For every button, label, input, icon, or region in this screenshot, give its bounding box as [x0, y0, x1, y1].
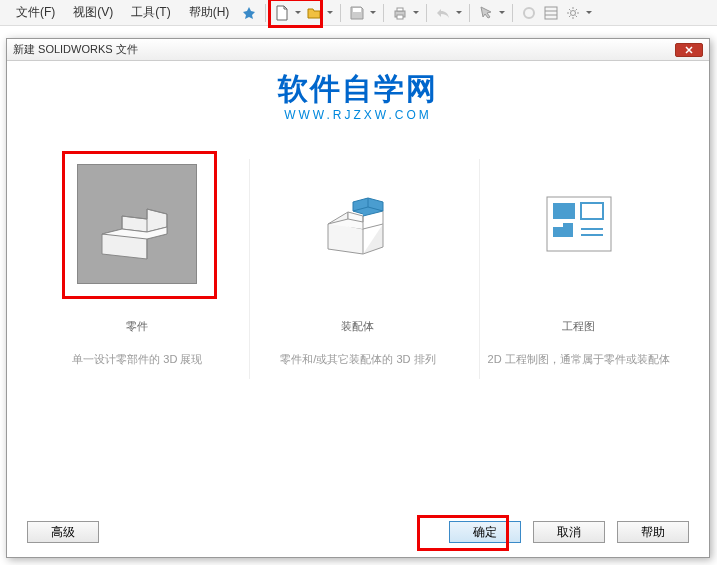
- open-file-icon[interactable]: [304, 3, 324, 23]
- option-drawing-desc: 2D 工程制图，通常属于零件或装配体: [488, 352, 670, 367]
- part-icon: [77, 164, 197, 284]
- menu-view[interactable]: 视图(V): [65, 2, 121, 23]
- help-button[interactable]: 帮助: [617, 521, 689, 543]
- save-icon[interactable]: [347, 3, 367, 23]
- option-part[interactable]: 零件 单一设计零部件的 3D 展现: [37, 154, 237, 367]
- select-icon[interactable]: [476, 3, 496, 23]
- logo-main: 软件自学网: [7, 69, 709, 110]
- open-dropdown[interactable]: [326, 3, 334, 23]
- cancel-button[interactable]: 取消: [533, 521, 605, 543]
- menu-help[interactable]: 帮助(H): [181, 2, 238, 23]
- option-assembly-desc: 零件和/或其它装配体的 3D 排列: [280, 352, 435, 367]
- svg-rect-5: [545, 7, 557, 19]
- option-part-desc: 单一设计零部件的 3D 展现: [72, 352, 202, 367]
- new-file-icon[interactable]: [272, 3, 292, 23]
- template-options: 零件 单一设计零部件的 3D 展现 装: [27, 154, 689, 367]
- settings-icon[interactable]: [563, 3, 583, 23]
- svg-rect-2: [397, 8, 403, 11]
- option-assembly[interactable]: 装配体 零件和/或其它装配体的 3D 排列: [258, 154, 458, 367]
- separator: [340, 4, 341, 22]
- svg-rect-3: [397, 15, 403, 19]
- menu-tools[interactable]: 工具(T): [123, 2, 178, 23]
- ok-button[interactable]: 确定: [449, 521, 521, 543]
- print-dropdown[interactable]: [412, 3, 420, 23]
- separator: [469, 4, 470, 22]
- menubar: 文件(F) 视图(V) 工具(T) 帮助(H): [0, 0, 717, 26]
- save-dropdown[interactable]: [369, 3, 377, 23]
- assembly-icon: [298, 164, 418, 284]
- option-drawing[interactable]: 工程图 2D 工程制图，通常属于零件或装配体: [479, 154, 679, 367]
- options-panel-icon[interactable]: [541, 3, 561, 23]
- svg-rect-10: [553, 203, 575, 219]
- close-button[interactable]: [675, 43, 703, 57]
- separator: [512, 4, 513, 22]
- drawing-icon: [519, 164, 639, 284]
- undo-icon[interactable]: [433, 3, 453, 23]
- pin-icon[interactable]: [239, 3, 259, 23]
- new-file-dropdown[interactable]: [294, 3, 302, 23]
- logo: 软件自学网 WWW.RJZXW.COM: [7, 69, 709, 122]
- advanced-button[interactable]: 高级: [27, 521, 99, 543]
- print-icon[interactable]: [390, 3, 410, 23]
- select-dropdown[interactable]: [498, 3, 506, 23]
- svg-point-4: [524, 8, 534, 18]
- dialog-title: 新建 SOLIDWORKS 文件: [13, 42, 138, 57]
- separator: [426, 4, 427, 22]
- svg-point-8: [571, 10, 576, 15]
- dialog-titlebar: 新建 SOLIDWORKS 文件: [7, 39, 709, 61]
- rebuild-icon[interactable]: [519, 3, 539, 23]
- option-assembly-label: 装配体: [341, 319, 374, 334]
- logo-sub: WWW.RJZXW.COM: [7, 108, 709, 122]
- menu-file[interactable]: 文件(F): [8, 2, 63, 23]
- option-drawing-label: 工程图: [562, 319, 595, 334]
- option-part-label: 零件: [126, 319, 148, 334]
- settings-dropdown[interactable]: [585, 3, 593, 23]
- separator: [383, 4, 384, 22]
- new-file-dialog: 新建 SOLIDWORKS 文件 软件自学网 WWW.RJZXW.COM: [6, 38, 710, 558]
- separator: [265, 4, 266, 22]
- undo-dropdown[interactable]: [455, 3, 463, 23]
- dialog-buttons: 高级 确定 取消 帮助: [27, 521, 689, 543]
- svg-rect-0: [353, 8, 361, 12]
